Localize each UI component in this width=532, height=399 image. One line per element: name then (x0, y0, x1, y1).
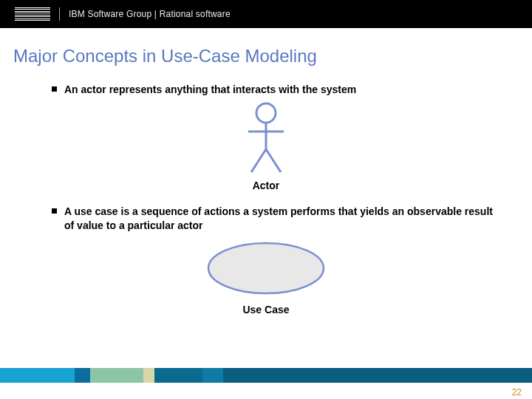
bullet-icon (52, 208, 57, 214)
header-bar: IBM Software Group | Rational software (0, 0, 532, 28)
bullet-text: A use case is a sequence of actions a sy… (64, 205, 502, 233)
figure-usecase: Use Case (0, 233, 532, 316)
svg-point-5 (208, 243, 324, 293)
figure-label-actor: Actor (253, 180, 280, 191)
svg-point-0 (256, 103, 276, 123)
figure-actor: Actor (0, 97, 532, 191)
svg-line-3 (251, 149, 266, 172)
bullet-text: An actor represents anything that intera… (64, 83, 356, 97)
bullet-icon (52, 86, 57, 92)
slide-title: Major Concepts in Use-Case Modeling (13, 46, 532, 66)
usecase-oval-icon (203, 239, 329, 298)
bullet-row: An actor represents anything that intera… (52, 83, 502, 97)
actor-icon (244, 101, 288, 175)
header-divider (59, 7, 60, 21)
figure-label-usecase: Use Case (242, 304, 289, 316)
header-text: IBM Software Group | Rational software (69, 9, 231, 19)
bullet-row: A use case is a sequence of actions a sy… (52, 205, 502, 233)
svg-line-4 (266, 149, 281, 172)
page-number: 22 (512, 387, 522, 398)
ibm-logo-icon (15, 7, 50, 21)
footer-decoration-bar (0, 368, 532, 383)
